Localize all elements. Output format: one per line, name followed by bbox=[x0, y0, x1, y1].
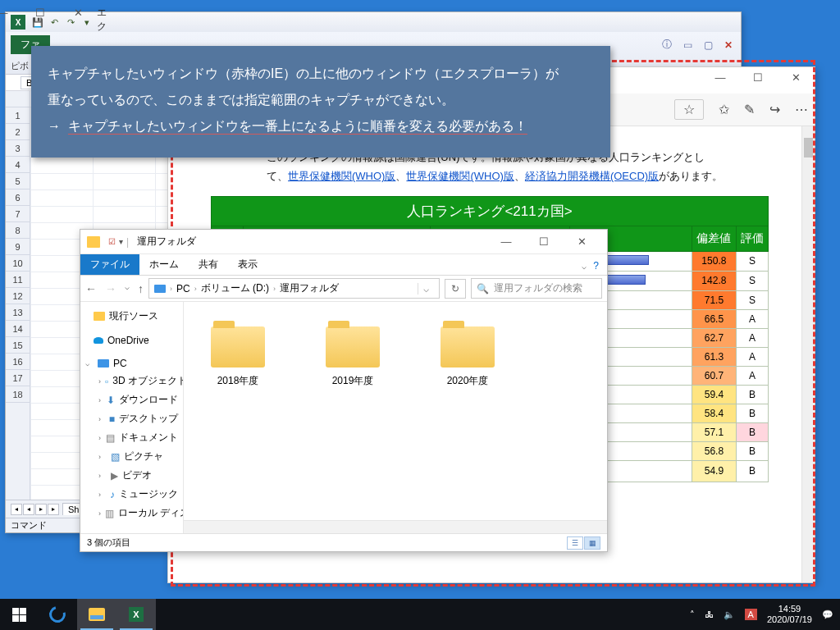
tree-documents: ›▤ドキュメント bbox=[84, 428, 180, 447]
tree-downloads: ›⬇ダウンロード bbox=[84, 390, 180, 409]
share-icon[interactable]: ↪ bbox=[769, 102, 780, 117]
tree-localdisk: ›▥ローカル ディスク (C bbox=[84, 504, 180, 523]
ime-icon[interactable]: A bbox=[745, 609, 757, 620]
favorites-icon[interactable]: ✩ bbox=[719, 102, 729, 117]
volume-icon[interactable]: 🔈 bbox=[724, 609, 735, 620]
folder-item[interactable]: 2020年度 bbox=[430, 326, 505, 388]
edit-icon[interactable]: ✎ bbox=[744, 102, 755, 117]
folder-icon bbox=[87, 236, 100, 248]
ribbon-help-icon[interactable]: ⓘ bbox=[662, 38, 672, 52]
excel-icon: X bbox=[129, 607, 144, 622]
explorer-status-bar: 3 個の項目 ☰ ▦ bbox=[80, 533, 607, 551]
ribbon-controls: ⓘ ▭ ▢ ✕ bbox=[657, 35, 737, 54]
pc-icon bbox=[154, 285, 166, 293]
folder-icon bbox=[211, 326, 265, 368]
tray-up-icon[interactable]: ˄ bbox=[690, 609, 695, 620]
up-button[interactable]: ↑ bbox=[138, 282, 144, 295]
tab-file[interactable]: ファイル bbox=[80, 254, 139, 275]
ribbon-restore-icon[interactable]: ▢ bbox=[704, 39, 713, 51]
explorer-address-bar: ← → ⌵ ↑ › PC› ボリューム (D:)› 運用フォルダ ⌵ ↻ 🔍運用… bbox=[80, 276, 607, 302]
explorer-h-scrollbar[interactable] bbox=[184, 520, 607, 533]
folder-icon bbox=[326, 326, 380, 368]
ribbon-collapse-icon[interactable]: ▭ bbox=[683, 39, 692, 51]
explorer-minimize-button[interactable]: — bbox=[487, 232, 525, 252]
view-icons-icon[interactable]: ▦ bbox=[584, 536, 600, 550]
search-input[interactable]: 🔍運用フォルダの検索 bbox=[471, 278, 602, 299]
tree-videos: ›▶ビデオ bbox=[84, 466, 180, 485]
explorer-window: ☑▾ | 運用フォルダ — ☐ ✕ ファイル ホーム 共有 表示 ⌵? ← → … bbox=[80, 229, 608, 552]
folder-icon bbox=[441, 326, 495, 368]
more-icon[interactable]: ⋯ bbox=[795, 102, 808, 117]
row-headers: 123456789101112131415161718 bbox=[6, 91, 30, 500]
ie-close-button[interactable]: ✕ bbox=[777, 67, 815, 87]
nav-tree[interactable]: 現行ソース OneDrive ⌵PC ›▫3D オブジェクト ›⬇ダウンロード … bbox=[80, 302, 184, 533]
who-link-1[interactable]: 世界保健機関(WHO)版 bbox=[288, 170, 395, 182]
ie-scrollbar[interactable] bbox=[801, 126, 815, 582]
hdr-deviation: 偏差値 bbox=[692, 226, 737, 251]
pivot-label: ピボ bbox=[11, 60, 29, 72]
tree-music: ›♪ミュージック bbox=[84, 485, 180, 504]
excel-close-button[interactable]: ✕ bbox=[59, 2, 97, 22]
excel-qat: X 💾 ↶ ↷ ▾ エクセルだけで画面キャプチャ.xlsx - Microsof… bbox=[6, 12, 741, 32]
taskbar-explorer[interactable] bbox=[77, 599, 116, 630]
ribbon-expand-icon[interactable]: ⌵ bbox=[582, 262, 587, 271]
breadcrumb-dropdown[interactable]: ⌵ bbox=[418, 283, 434, 294]
sheet-nav[interactable]: ◂◂▸▸ bbox=[11, 504, 59, 515]
recent-dropdown[interactable]: ⌵ bbox=[125, 282, 130, 295]
tab-view[interactable]: 表示 bbox=[228, 254, 267, 275]
notifications-icon[interactable]: 💬 bbox=[822, 609, 833, 620]
tree-onedrive: OneDrive bbox=[84, 332, 180, 349]
forward-button[interactable]: → bbox=[105, 282, 116, 295]
hdr-grade: 評価 bbox=[737, 226, 769, 251]
ribbon-close-icon[interactable]: ✕ bbox=[724, 39, 733, 51]
breadcrumb[interactable]: › PC› ボリューム (D:)› 運用フォルダ ⌵ bbox=[148, 278, 440, 299]
tree-current: 現行ソース bbox=[84, 307, 180, 326]
explorer-titlebar: ☑▾ | 運用フォルダ — ☐ ✕ bbox=[80, 230, 607, 254]
favorite-button[interactable]: ☆ bbox=[674, 99, 704, 120]
explorer-tabs: ファイル ホーム 共有 表示 ⌵? bbox=[80, 254, 607, 276]
taskbar-excel[interactable]: X bbox=[116, 599, 156, 630]
folder-item[interactable]: 2019年度 bbox=[315, 326, 390, 388]
tab-home[interactable]: ホーム bbox=[139, 254, 189, 275]
tree-desktop: ›■デスクトップ bbox=[84, 409, 180, 428]
who-link-2[interactable]: 世界保健機関(WHO)版 bbox=[406, 170, 514, 182]
tab-share[interactable]: 共有 bbox=[189, 254, 228, 275]
oecd-link[interactable]: 経済協力開発機構(OECD)版 bbox=[525, 170, 659, 182]
explorer-body: 現行ソース OneDrive ⌵PC ›▫3D オブジェクト ›⬇ダウンロード … bbox=[80, 302, 607, 533]
explorer-title: 運用フォルダ bbox=[137, 235, 196, 249]
view-details-icon[interactable]: ☰ bbox=[567, 536, 583, 550]
search-icon: 🔍 bbox=[477, 283, 489, 294]
table-title: 人口ランキング<211カ国> bbox=[212, 196, 769, 226]
folder-item[interactable]: 2018年度 bbox=[200, 326, 276, 388]
file-pane[interactable]: 2018年度2019年度2020年度 bbox=[184, 302, 607, 533]
edge-icon bbox=[46, 603, 68, 625]
tree-pictures: ›▧ピクチャ bbox=[84, 447, 180, 466]
explorer-icon bbox=[89, 608, 105, 621]
back-button[interactable]: ← bbox=[85, 282, 97, 295]
explorer-maximize-button[interactable]: ☐ bbox=[525, 232, 563, 252]
tree-3d: ›▫3D オブジェクト bbox=[84, 372, 180, 390]
ie-minimize-button[interactable]: — bbox=[701, 67, 739, 87]
help-icon[interactable]: ? bbox=[593, 260, 599, 272]
clock[interactable]: 14:592020/07/19 bbox=[767, 604, 812, 625]
exp-qat-check-icon[interactable]: ☑ bbox=[108, 237, 116, 246]
excel-minimize-button[interactable]: — bbox=[0, 2, 21, 22]
network-icon[interactable]: 🖧 bbox=[705, 609, 714, 619]
excel-maximize-button[interactable]: ☐ bbox=[21, 2, 59, 22]
ie-maximize-button[interactable]: ☐ bbox=[739, 67, 777, 87]
tree-pc: ⌵PC bbox=[84, 355, 180, 372]
exp-qat-drop-icon[interactable]: ▾ bbox=[119, 237, 123, 246]
taskbar-edge[interactable] bbox=[38, 599, 77, 630]
callout-overlay: キャプチャしたいウィンドウ（赤枠のIE）の上に他のウィンドウ（エクスプローラ）が… bbox=[31, 46, 610, 158]
explorer-close-button[interactable]: ✕ bbox=[563, 232, 600, 252]
taskbar: X ˄ 🖧 🔈 A 14:592020/07/19 💬 bbox=[0, 599, 840, 630]
refresh-button[interactable]: ↻ bbox=[445, 279, 466, 299]
start-button[interactable] bbox=[0, 599, 38, 630]
